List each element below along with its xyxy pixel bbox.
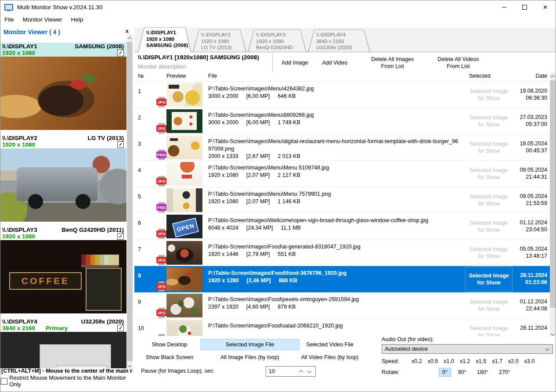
- pause-seconds-value[interactable]: 10: [269, 368, 275, 374]
- monitor-enabled-checkbox[interactable]: ✓: [117, 325, 124, 331]
- rotate-option[interactable]: 90°: [455, 368, 470, 377]
- monitor-preview-image[interactable]: COFFEE: [0, 240, 126, 313]
- column-selected: Selected: [465, 73, 513, 81]
- scroll-up-icon[interactable]: [127, 35, 133, 42]
- add-video-button[interactable]: Add Video: [317, 52, 352, 73]
- audio-device-value: Autoselect device: [385, 346, 428, 352]
- selected-for-show-cell[interactable]: Selected Image for Show: [465, 161, 513, 186]
- monitor-viewer-panel: Monitor Viewer ( 4 ) x \\.\DISPLAY1 SAMS…: [0, 25, 133, 392]
- all-video-files-button[interactable]: All Video Files (by loop): [306, 354, 354, 360]
- sidebar-scrollbar[interactable]: [127, 35, 133, 369]
- table-row[interactable]: 6 JPG OPEN P:\Tablo-Screen\Images\Wellco…: [134, 213, 551, 240]
- selected-for-show-cell[interactable]: Selected Image for Show: [465, 240, 513, 265]
- speed-option[interactable]: x0.2: [412, 358, 422, 364]
- show-desktop-button[interactable]: Show Desktop: [139, 339, 200, 350]
- file-size: 888 KB: [278, 277, 297, 284]
- selected-for-show-cell[interactable]: Selected Image for Show: [465, 187, 513, 212]
- delete-all-videos-button[interactable]: Delete All VideosFrom List: [432, 52, 484, 73]
- tab-resolution: 1920 x 1080: [201, 38, 246, 45]
- table-row[interactable]: 8 JPG P:\Tablo-Screen\Images\Food\food-3…: [134, 266, 551, 292]
- panel-close-button[interactable]: x: [126, 28, 129, 34]
- file-path: P:\Tablo-Screen\Images\Food\pexels-xmtng…: [208, 296, 460, 303]
- scrollbar-thumb[interactable]: [127, 42, 133, 361]
- minimize-icon[interactable]: [494, 0, 514, 14]
- add-image-button[interactable]: Add Image: [276, 52, 313, 73]
- speed-option[interactable]: x1.7: [492, 358, 502, 364]
- display-tab[interactable]: \\.\DISPLAY3 1920 x 1080 BenQ G2420HD (2…: [248, 29, 307, 52]
- display-tab[interactable]: \\.\DISPLAY4 3840 x 2160 U32J59x (2020) …: [308, 29, 370, 52]
- rotate-option[interactable]: 270°: [495, 368, 514, 377]
- speed-option[interactable]: x3.0: [524, 358, 534, 364]
- selected-video-file-button[interactable]: Selected Video File: [306, 339, 354, 350]
- close-icon[interactable]: ✕: [535, 0, 556, 14]
- stepper-down-icon[interactable]: [307, 369, 312, 373]
- audio-device-select[interactable]: Autoselect device: [382, 344, 553, 354]
- table-row[interactable]: 2 JPG P:\Tablo-Screen\Images\Menu\880926…: [134, 108, 551, 134]
- speed-option[interactable]: x2.0: [508, 358, 519, 364]
- rotate-option[interactable]: 0°: [439, 368, 451, 377]
- file-preview-thumbnail: [166, 241, 202, 265]
- date-cell: 28.11.2024 01:23:06: [513, 266, 551, 292]
- display-tab-strip: \\.\DISPLAY1 1920 x 1080 SAMSUNG (2008) …: [134, 28, 556, 52]
- hotkey-hint: [CTRL+ALT+M] - Mouse to the center of th…: [1, 368, 132, 374]
- speed-option[interactable]: x1.5: [476, 358, 487, 364]
- selected-for-show-cell[interactable]: Selected Image for Show: [465, 293, 513, 318]
- selected-for-show-cell[interactable]: Selected Image for Show: [465, 135, 513, 160]
- selected-for-show-cell[interactable]: Selected Image for Show: [465, 214, 513, 239]
- table-row[interactable]: 9 JPG P:\Tablo-Screen\Images\Food\pexels…: [134, 292, 551, 319]
- delete-all-images-button[interactable]: Delete All ImagesFrom List: [366, 52, 419, 73]
- pause-seconds-stepper[interactable]: 10: [266, 366, 316, 377]
- monitor-preview-image[interactable]: [0, 57, 126, 130]
- monitor-preview-image[interactable]: [0, 332, 126, 368]
- monitor-header-row[interactable]: \\.\DISPLAY2 LG TV (2013) 1920 x 1080 ✓: [0, 134, 126, 148]
- monitor-toolbar: \\.\DISPLAY1 [1920x1080] SAMSUNG (2008) …: [134, 52, 550, 73]
- file-megapixels: [6,00 MP]: [246, 119, 270, 126]
- file-path: P:\Tablo-Screen\Images\Food\salad-206821…: [208, 322, 460, 330]
- show-black-screen-button[interactable]: Show Black Screen: [139, 354, 200, 360]
- display-tab[interactable]: \\.\DISPLAY1 1920 x 1080 SAMSUNG (2008): [138, 27, 191, 52]
- scrollbar-thumb[interactable]: [550, 80, 556, 308]
- speed-option[interactable]: x1.0: [444, 358, 454, 364]
- table-row[interactable]: 3 PNG P:\Tablo-Screen\Images\Menu\digita…: [134, 134, 551, 161]
- selected-for-show-cell[interactable]: Selected Image for Show: [465, 108, 513, 133]
- speed-option[interactable]: x1.2: [460, 358, 470, 364]
- table-row[interactable]: 5 PNG P:\Tablo-Screen\Images\Menu\Menu 7…: [134, 187, 551, 213]
- table-row[interactable]: 7 JPG P:\Tablo-Screen\Images\Food\ai-gen…: [134, 240, 551, 266]
- monitor-preview-image[interactable]: [0, 148, 126, 222]
- menu-monitor-viewer[interactable]: Monitor Viewer: [18, 16, 67, 23]
- monitor-resolution: 1920 x 1080: [2, 50, 35, 56]
- selected-image-file-button[interactable]: Selected Image File: [200, 339, 300, 350]
- rotate-option[interactable]: 180°: [473, 368, 492, 377]
- all-image-files-button[interactable]: All Image Files (by loop): [200, 354, 300, 360]
- selected-for-show-cell[interactable]: Selected Image for Show: [465, 319, 513, 336]
- monitor-enabled-checkbox[interactable]: ✓: [117, 233, 124, 240]
- monitor-name: \\.\DISPLAY1: [2, 43, 37, 50]
- tab-display-name: \\.\DISPLAY4: [316, 32, 369, 38]
- table-row[interactable]: 4 JPG P:\Tablo-Screen\Images\Menu\Menu 5…: [134, 161, 551, 187]
- menu-file[interactable]: File: [0, 16, 18, 23]
- row-number: 6: [134, 213, 154, 239]
- file-megapixels: [2,07 MP]: [246, 172, 270, 178]
- file-dimensions: 2397 x 1920: [208, 304, 238, 310]
- monitor-enabled-checkbox[interactable]: ✓: [117, 141, 124, 148]
- monitor-description[interactable]: Monitor description: [138, 63, 272, 70]
- table-row[interactable]: 1 JPG P:\Tablo-Screen\Images\Menu\426438…: [134, 82, 551, 108]
- menu-help[interactable]: Help: [67, 16, 88, 23]
- table-row[interactable]: 10 JPG P:\Tablo-Screen\Images\Food\salad…: [134, 319, 551, 336]
- row-number: 3: [134, 134, 154, 160]
- display-tab[interactable]: \\.\DISPLAY2 1920 x 1080 LG TV (2013): [193, 29, 246, 52]
- monitor-header-row[interactable]: \\.\DISPLAY3 BenQ G2420HD (2011) 1920 x …: [0, 226, 126, 240]
- monitor-enabled-checkbox[interactable]: ✓: [117, 50, 124, 56]
- scroll-up-icon[interactable]: [550, 73, 556, 80]
- monitor-header-row[interactable]: \\.\DISPLAY1 SAMSUNG (2008) 1920 x 1080 …: [0, 43, 126, 57]
- stepper-up-icon[interactable]: [299, 370, 303, 374]
- selected-for-show-cell[interactable]: Selected Image for Show: [465, 82, 513, 107]
- maximize-icon[interactable]: [514, 0, 535, 14]
- row-number: 7: [134, 240, 154, 266]
- restrict-mouse-checkbox[interactable]: [1, 378, 7, 385]
- speed-option[interactable]: x0.5: [428, 358, 438, 364]
- monitor-header-row[interactable]: \\.\DISPLAY4 U32J59x (2020) 3840 x 2160 …: [0, 318, 126, 332]
- table-scrollbar[interactable]: [550, 73, 556, 338]
- file-date: 19.08.2020: [513, 87, 547, 94]
- selected-for-show-cell[interactable]: Selected Image for Show: [465, 266, 513, 291]
